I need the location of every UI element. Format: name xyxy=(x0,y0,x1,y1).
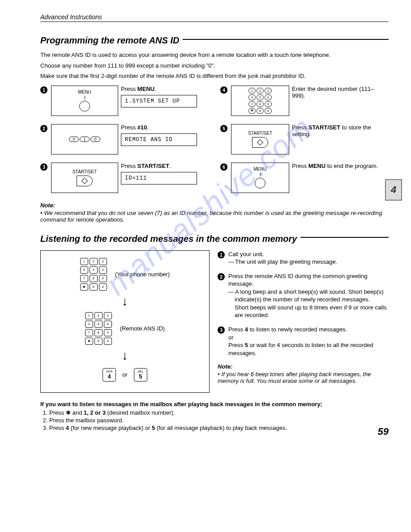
button-stem xyxy=(85,96,85,99)
section1-title-text: Programming the remote ANS ID xyxy=(40,35,179,46)
startset-label: START/SET xyxy=(248,131,272,136)
section2-title-text: Listening to the recorded messages in th… xyxy=(40,234,297,244)
step3-panel: START/SET xyxy=(51,163,118,193)
listen-bullet-3: 3 xyxy=(218,326,225,334)
mailbox-item-3: Press 4 (for new message playback) or 5 … xyxy=(49,425,389,431)
step-bullet-4: 4 xyxy=(220,86,227,94)
listening-steps: 1 Call your unit. The unit will play the… xyxy=(218,250,389,385)
section1-note: Note: We recommend that you do not use s… xyxy=(40,202,389,223)
t: 4 xyxy=(245,326,248,333)
listen-step2-sub: A long beep and a short beep(s) will sou… xyxy=(235,288,389,304)
t: Press xyxy=(292,124,308,131)
note-title-2: Note: xyxy=(218,363,389,370)
t: (desired mailbox number). xyxy=(106,409,175,416)
phone-keypad-icon: 123 456 789 ✱0# xyxy=(80,258,107,291)
startset-button-icon xyxy=(252,137,268,148)
t: to end the program. xyxy=(325,163,378,169)
key-5: JKL 5 xyxy=(134,368,147,382)
ans-id-keypad-icon: 123 456 789 ✱0# xyxy=(85,312,112,345)
t: and xyxy=(71,409,84,416)
listen-bullet-2: 2 xyxy=(218,273,225,280)
step2-instruction: Press #10. REMOTE ANS ID xyxy=(121,124,197,146)
t: 4 xyxy=(66,425,69,431)
t: Press xyxy=(49,425,66,431)
note-title: Note: xyxy=(40,202,389,209)
t: Press xyxy=(121,163,137,169)
t: . xyxy=(154,86,156,92)
mailbox-item-2: Press the mailbox password. xyxy=(49,417,389,424)
arrow-down-icon-2: ↓ xyxy=(122,348,128,363)
menu-label-2: MENU xyxy=(253,167,266,172)
step1-panel: MENU xyxy=(51,86,118,116)
listen-step2-main: Press the remote ANS ID during the commo… xyxy=(228,272,389,288)
t: Press xyxy=(49,409,66,416)
menu-button-icon-2 xyxy=(255,178,265,189)
listen-step1-sub: The unit will play the greeting message. xyxy=(235,258,389,266)
step-bullet-2: 2 xyxy=(40,125,47,132)
chapter-badge: 4 xyxy=(385,179,402,201)
page-number: 59 xyxy=(378,426,389,438)
t: START/SET xyxy=(308,124,340,131)
t: Press xyxy=(228,342,245,348)
t: to listen to newly recorded messages. xyxy=(248,326,347,333)
step-bullet-1: 1 xyxy=(40,86,47,94)
note-body: We recommend that you do not use seven (… xyxy=(40,210,389,223)
t: (for all message playback) to play back … xyxy=(155,425,287,431)
page-header: Advanced Instructions xyxy=(40,13,389,22)
rule-line xyxy=(183,39,389,40)
intro-line-2: Choose any number from 111 to 999 except… xyxy=(40,62,389,70)
key-5-num: 5 xyxy=(139,373,142,379)
section1-title: Programming the remote ANS ID xyxy=(40,35,389,46)
arrow-down-icon: ↓ xyxy=(122,294,128,309)
listen-step2-extra: Short beeps will sound up to 8 times eve… xyxy=(235,304,389,319)
t: 1, 2 or 3 xyxy=(84,409,106,416)
t: Press xyxy=(121,124,137,131)
t: Press xyxy=(121,86,137,92)
step5-instruction: Press START/SET to store the setting. xyxy=(292,124,381,137)
t: MENU xyxy=(308,163,325,169)
t: START/SET xyxy=(137,163,169,169)
note-body-2: If you hear 6 beep tones after playing b… xyxy=(218,371,389,384)
step3-lcd: ID=111 xyxy=(121,172,197,184)
steps-grid: 1 MENU Press MENU. 1.SYSTEM SET UP 4 123… xyxy=(40,86,389,193)
startset-label-2: START/SET xyxy=(73,169,97,174)
t: MENU xyxy=(137,86,154,92)
star-icon: ✱ xyxy=(66,409,71,416)
t: Press xyxy=(228,326,245,333)
t: . xyxy=(169,163,171,169)
step4-instruction: Enter the desired number (111–999). xyxy=(292,86,381,99)
keypad-icon: 123 456 789 ✱0# xyxy=(248,88,272,114)
mailbox-section: If you want to listen to messages in the… xyxy=(40,401,389,431)
t: #10 xyxy=(137,124,147,131)
hash-1-0-keys: #10 xyxy=(69,137,100,142)
step1-lcd: 1.SYSTEM SET UP xyxy=(121,95,197,107)
t: . xyxy=(147,124,149,131)
listening-diagram: 123 456 789 ✱0# (Your phone number) ↓ 12… xyxy=(40,250,210,393)
step4-panel: 123 456 789 ✱0# xyxy=(231,86,289,116)
menu-label: MENU xyxy=(78,90,91,94)
listen-step3-main: Press 4 to listen to newly recorded mess… xyxy=(228,326,389,334)
remote-ans-id-label: (Remote ANS ID) xyxy=(120,325,165,332)
button-stem-2 xyxy=(260,173,261,176)
listen-step1-main: Call your unit. xyxy=(228,250,389,258)
step1-instruction: Press MENU. 1.SYSTEM SET UP xyxy=(121,86,197,107)
mailbox-item-1: Press ✱ and 1, 2 or 3 (desired mailbox n… xyxy=(49,409,389,416)
startset-button-icon-2 xyxy=(77,176,93,186)
listen-step3-or: or xyxy=(228,334,389,342)
step2-panel: #10 xyxy=(51,124,118,154)
section2-title: Listening to the recorded messages in th… xyxy=(40,234,389,244)
or-text: or xyxy=(122,371,128,378)
t: (for new message playback) or xyxy=(69,425,152,431)
step5-panel: START/SET xyxy=(231,124,289,154)
listen-bullet-1: 1 xyxy=(218,251,225,258)
step3-instruction: Press START/SET. ID=111 xyxy=(121,163,197,184)
section2-note: Note: If you hear 6 beep tones after pla… xyxy=(218,363,389,384)
intro-line-1: The remote ANS ID is used to access your… xyxy=(40,51,389,59)
key-4: GHI 4 xyxy=(103,368,116,382)
t: or wait for 4 seconds to listen to all t… xyxy=(228,342,373,356)
intro-line-3: Make sure that the first 2-digit number … xyxy=(40,72,389,80)
step6-panel: MENU xyxy=(231,163,289,193)
step-bullet-5: 5 xyxy=(220,125,227,132)
your-phone-label: (Your phone number) xyxy=(115,271,170,278)
t: Press xyxy=(292,163,308,169)
